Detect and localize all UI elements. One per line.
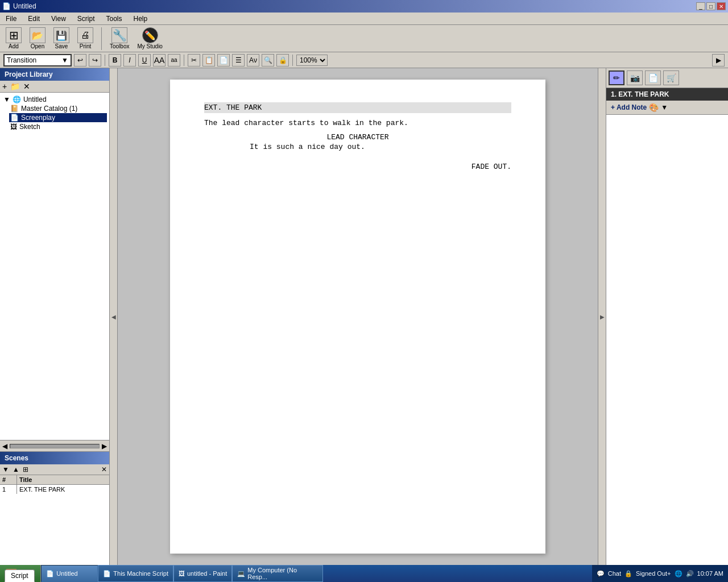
lock-icon-button[interactable]: 🔒 (276, 54, 289, 66)
taskbar-app-untitled[interactable]: 📄 Untitled (41, 565, 98, 582)
scroll-right-icon[interactable]: ▶ (102, 442, 107, 450)
note-content-area[interactable] (606, 115, 728, 565)
add-note-bar[interactable]: + Add Note 🎨 ▼ (606, 101, 728, 115)
menu-script[interactable]: Script (74, 14, 98, 24)
open-label: Open (31, 43, 44, 49)
open-button[interactable]: 📂 Open (27, 26, 48, 51)
library-folder-button[interactable]: 📁 (10, 82, 20, 91)
volume-icon: 🔊 (686, 570, 694, 577)
scenes-toolbar: ▼ ▲ ⊞ ✕ (0, 464, 109, 475)
element-type-dropdown[interactable]: Transition ▼ (3, 54, 72, 66)
network-icon: 🌐 (675, 570, 682, 577)
scenes-grid-btn[interactable]: ⊞ (23, 465, 28, 473)
menu-view[interactable]: View (48, 14, 69, 24)
scroll-left-icon[interactable]: ◀ (2, 442, 7, 450)
save-label: Save (55, 43, 68, 49)
app-untitled-icon: 📄 (46, 570, 54, 577)
note-dropdown-btn[interactable]: ▼ (661, 103, 668, 111)
format-btn-2[interactable]: Αν (247, 54, 259, 66)
scenes-up-btn[interactable]: ▲ (13, 465, 19, 473)
copy-icon-button[interactable]: 📋 (202, 54, 215, 66)
center-editor: EXT. THE PARK The lead character starts … (118, 68, 598, 565)
lock-tray-icon: 🔒 (624, 570, 632, 577)
sketch-icon: 🖼 (10, 123, 17, 131)
action-text[interactable]: The lead character starts to walk in the… (204, 119, 511, 127)
editor-area[interactable]: EXT. THE PARK The lead character starts … (118, 68, 598, 565)
minimize-button[interactable]: _ (696, 2, 705, 10)
title-bar-controls[interactable]: _ □ ✕ (696, 2, 726, 10)
sidebar-collapse-button[interactable]: ▶ (712, 54, 725, 66)
open-icon: 📂 (30, 27, 46, 43)
taskbar-app-machinescript[interactable]: 📄 This Machine Script (98, 565, 173, 582)
bold-button[interactable]: B (109, 54, 121, 66)
window-title: Untitled (13, 2, 36, 10)
cut-icon-button[interactable]: ✂ (188, 54, 200, 66)
dialogue-text[interactable]: It is such a nice day out. (250, 143, 466, 151)
root-icon: 🌐 (13, 95, 21, 103)
pencil-tool-button[interactable]: ✏ (609, 70, 624, 85)
document-tool-button[interactable]: 📄 (645, 70, 661, 85)
chat-label: Chat (608, 570, 621, 577)
tree-children: 📔 Master Catalog (1) 📄 Screenplay 🖼 Sket… (9, 104, 107, 131)
fmt-separator-3 (292, 55, 293, 66)
cart-tool-button[interactable]: 🛒 (663, 70, 679, 85)
format-toolbar: Transition ▼ ↩ ↪ B I U AA aa ✂ 📋 📄 ☰ Αν … (0, 52, 728, 68)
print-label: Print (80, 43, 92, 49)
scenes-title: Scenes (5, 454, 28, 462)
camera-tool-button[interactable]: 📷 (627, 70, 643, 85)
taskbar-app-paint[interactable]: 🖼 untitled - Paint (173, 565, 232, 582)
undo-button[interactable]: ↩ (74, 54, 86, 66)
scene-heading: EXT. THE PARK (204, 102, 511, 113)
save-button[interactable]: 💾 Save (51, 26, 72, 51)
left-collapse-arrow[interactable]: ◀ (110, 68, 118, 565)
paste-icon-button[interactable]: 📄 (217, 54, 230, 66)
main-layout: Project Library + 📁 ✕ ▼ 🌐 Untitled 📔 Mas… (0, 68, 728, 565)
scene-title-bar: 1. EXT. THE PARK (606, 88, 728, 101)
underline-button[interactable]: U (138, 54, 151, 66)
scene-number: 1 (0, 485, 17, 494)
clock: 10:07 AM (697, 570, 723, 577)
library-scroll-area: ◀ ▶ (0, 440, 109, 451)
taskbar-app-mycomputer[interactable]: 💻 My Computer (No Resp... (232, 565, 323, 582)
scene-row[interactable]: 1 EXT. THE PARK (0, 485, 109, 494)
note-color-button[interactable]: 🎨 (649, 103, 659, 112)
tree-master-catalog[interactable]: 📔 Master Catalog (1) (9, 104, 107, 113)
print-button[interactable]: 🖨 Print (75, 26, 96, 51)
close-button[interactable]: ✕ (717, 2, 726, 10)
search-icon-button[interactable]: 🔍 (262, 54, 274, 66)
taskbar-apps: 📄 Untitled 📄 This Machine Script 🖼 untit… (41, 565, 592, 582)
tree-root-label: Untitled (23, 95, 47, 103)
toolbox-button[interactable]: 🔧 Toolbox (107, 26, 131, 51)
right-collapse-arrow[interactable]: ▶ (598, 68, 606, 565)
maximize-button[interactable]: □ (706, 2, 715, 10)
scene-title-cell: EXT. THE PARK (17, 485, 109, 494)
transition-text[interactable]: FADE OUT. (204, 163, 511, 171)
menu-file[interactable]: File (2, 14, 20, 24)
character-name[interactable]: LEAD CHARACTER (204, 133, 511, 142)
italic-button[interactable]: I (123, 54, 136, 66)
add-button[interactable]: ⊞ Add (3, 26, 24, 51)
script-page[interactable]: EXT. THE PARK The lead character starts … (170, 80, 545, 554)
tab-script[interactable]: Script (5, 569, 35, 582)
font-small-button[interactable]: aa (168, 54, 180, 66)
scenes-down-btn[interactable]: ▼ (2, 465, 9, 473)
menu-help[interactable]: Help (130, 14, 151, 24)
library-add-button[interactable]: + (2, 82, 7, 91)
menu-edit[interactable]: Edit (24, 14, 43, 24)
tree-root-expand[interactable]: ▼ 🌐 Untitled (2, 95, 107, 104)
library-close-button[interactable]: ✕ (23, 82, 30, 91)
title-bar: 📄 Untitled _ □ ✕ (0, 0, 728, 13)
font-large-button[interactable]: AA (153, 54, 166, 66)
app-paint-label: untitled - Paint (187, 570, 227, 577)
app-machinescript-label: This Machine Script (113, 570, 168, 577)
screenplay-label: Screenplay (21, 114, 55, 122)
redo-button[interactable]: ↪ (89, 54, 101, 66)
tree-sketch[interactable]: 🖼 Sketch (9, 122, 107, 131)
menu-tools[interactable]: Tools (103, 14, 126, 24)
mystudio-button[interactable]: ✏️ My Studio (135, 26, 164, 51)
format-btn-1[interactable]: ☰ (232, 54, 245, 66)
add-note-button[interactable]: + Add Note (611, 103, 647, 111)
scenes-close-btn[interactable]: ✕ (101, 465, 107, 473)
zoom-dropdown[interactable]: 100% 75% 125% (296, 55, 328, 66)
tree-screenplay[interactable]: 📄 Screenplay (9, 113, 107, 122)
